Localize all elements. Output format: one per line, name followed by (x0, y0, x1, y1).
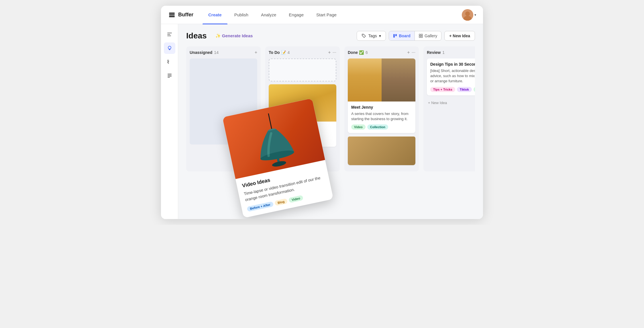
column-review-header: Review 1 + ··· (427, 50, 475, 55)
main-layout: Ideas ✨ Generate Ideas Tags ▾ (161, 24, 483, 219)
meet-jenny-title: Meet Jenny (351, 105, 412, 110)
logo-text: Buffer (178, 12, 193, 18)
column-unassigned-add[interactable]: + (255, 50, 257, 55)
column-todo-more[interactable]: ··· (333, 50, 336, 55)
meet-jenny-body: Meet Jenny A series that covers her stor… (348, 101, 415, 133)
generate-ideas-button[interactable]: ✨ Generate Ideas (213, 32, 256, 40)
meet-jenny-tags: Video Collection (351, 124, 412, 130)
review-add-idea-button[interactable]: + New Idea (427, 98, 475, 107)
svg-point-4 (465, 11, 470, 16)
column-todo-add[interactable]: + (328, 50, 331, 55)
meet-jenny-text: A series that covers her story, from sta… (351, 111, 412, 122)
svg-line-23 (268, 113, 272, 130)
page-title-area: Ideas ✨ Generate Ideas (186, 31, 256, 40)
column-done: Done ✅ 6 + ··· (344, 46, 419, 171)
board-label: Board (399, 34, 410, 38)
sidebar-ideas-icon[interactable] (164, 42, 175, 54)
nav-publish[interactable]: Publish (229, 10, 254, 19)
svg-rect-17 (393, 34, 395, 38)
column-done-add[interactable]: + (407, 50, 410, 55)
tag-collection[interactable]: Collection (367, 124, 388, 130)
header-actions: Tags ▾ Board (357, 31, 475, 41)
card-design-tips[interactable]: Design Tips in 30 Seconds [Idea] Short, … (427, 58, 475, 95)
svg-point-9 (168, 46, 171, 49)
column-todo-header: To Do 📝 4 + ··· (269, 50, 336, 55)
svg-rect-2 (169, 16, 175, 17)
svg-rect-14 (168, 76, 172, 77)
tag-blog[interactable]: Blog (274, 198, 288, 206)
buffer-logo-icon (168, 11, 176, 19)
tag-tiktok[interactable]: Tiktok (457, 87, 472, 92)
page-title: Ideas (186, 31, 207, 40)
avatar-caret[interactable]: ▾ (474, 13, 476, 17)
nav-items: Create Publish Analyze Engage Start Page (203, 10, 462, 19)
design-tips-title: Design Tips in 30 Seconds (430, 62, 475, 67)
bottom-done-image (348, 136, 415, 165)
board: Unassigned 14 + (186, 46, 475, 174)
design-tips-text: [Idea] Short, actionable design advice, … (430, 68, 475, 84)
column-todo-actions: + ··· (328, 50, 336, 55)
svg-rect-15 (168, 77, 170, 78)
user-menu[interactable]: ▾ (462, 9, 476, 21)
top-nav: Buffer Create Publish Analyze Engage Sta… (161, 6, 483, 24)
gallery-label: Gallery (425, 34, 437, 38)
tag-icon (362, 34, 366, 38)
column-unassigned-title: Unassigned 14 (190, 50, 219, 55)
svg-rect-12 (168, 74, 172, 74)
tag-tips-tricks[interactable]: Tips + Tricks (430, 87, 455, 92)
column-review-title: Review 1 (427, 50, 445, 55)
view-toggle: Board Gallery (389, 31, 441, 41)
svg-rect-13 (168, 75, 172, 75)
sidebar-content-icon[interactable] (164, 70, 175, 81)
svg-rect-6 (167, 33, 172, 33)
avatar-image (462, 9, 473, 21)
tags-button[interactable]: Tags ▾ (357, 31, 386, 41)
column-done-header: Done ✅ 6 + ··· (348, 50, 415, 55)
column-done-more[interactable]: ··· (412, 50, 415, 55)
svg-rect-21 (419, 36, 421, 38)
column-review: Review 1 + ··· Design Tips in 30 Seco (423, 46, 475, 171)
column-unassigned-actions: + (255, 50, 257, 55)
column-todo-title: To Do 📝 4 (269, 50, 290, 55)
svg-rect-10 (169, 50, 170, 50)
svg-rect-20 (421, 34, 423, 36)
sidebar-feed-icon[interactable] (164, 56, 175, 68)
sidebar-collapse-icon[interactable] (164, 29, 175, 40)
nav-create[interactable]: Create (203, 10, 227, 19)
board-wrapper: Unassigned 14 + (186, 46, 475, 174)
design-tips-body: Design Tips in 30 Seconds [Idea] Short, … (427, 58, 475, 95)
board-icon (393, 34, 397, 38)
gallery-view-button[interactable]: Gallery (415, 31, 441, 40)
tags-chevron: ▾ (379, 34, 381, 38)
tag-video-drag[interactable]: Video (288, 195, 303, 203)
tag-video-jenny[interactable]: Video (351, 124, 366, 130)
svg-rect-22 (421, 36, 423, 38)
nav-engage[interactable]: Engage (283, 10, 309, 19)
card-meet-jenny[interactable]: Meet Jenny A series that covers her stor… (348, 58, 415, 133)
gallery-icon (419, 34, 423, 38)
tag-video-tips[interactable]: Video (474, 87, 475, 92)
svg-rect-0 (169, 13, 175, 14)
svg-rect-8 (167, 36, 171, 36)
board-view-button[interactable]: Board (389, 31, 414, 40)
design-tips-tags: Tips + Tricks Tiktok Video (430, 87, 475, 92)
column-done-title: Done ✅ 6 (348, 50, 368, 55)
nav-analyze[interactable]: Analyze (255, 10, 282, 19)
sidebar (161, 24, 178, 219)
svg-rect-1 (169, 14, 175, 15)
svg-rect-7 (167, 34, 170, 35)
nav-start-page[interactable]: Start Page (311, 10, 342, 19)
svg-point-11 (168, 63, 169, 64)
page-header: Ideas ✨ Generate Ideas Tags ▾ (186, 31, 475, 41)
column-done-actions: + ··· (407, 50, 415, 55)
logo[interactable]: Buffer (168, 11, 193, 19)
content-area: Ideas ✨ Generate Ideas Tags ▾ (178, 24, 483, 219)
tags-label: Tags (368, 34, 377, 38)
tag-before-after[interactable]: Before + After (247, 201, 274, 212)
card-bottom-done[interactable] (348, 136, 415, 165)
candle-image (348, 58, 415, 101)
new-idea-button[interactable]: + New Idea (444, 31, 475, 41)
svg-point-16 (363, 35, 363, 35)
svg-rect-19 (419, 34, 421, 36)
avatar[interactable] (462, 9, 473, 21)
